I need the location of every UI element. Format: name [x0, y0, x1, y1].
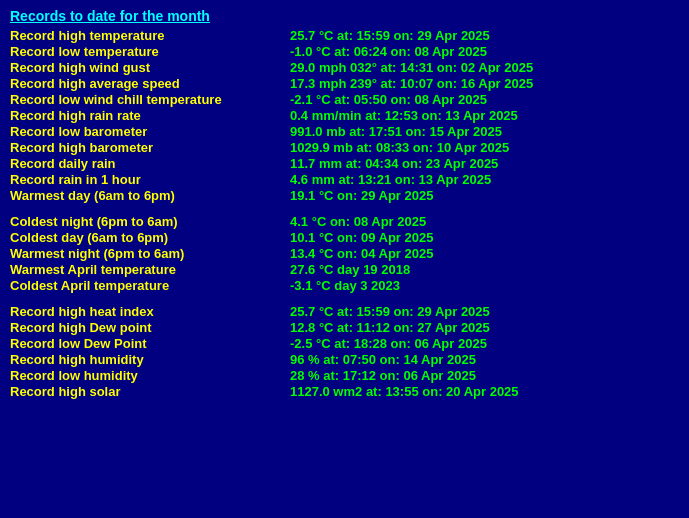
record-value: -3.1 °C day 3 2023 [290, 278, 400, 293]
record-value: 17.3 mph 239° at: 10:07 on: 16 Apr 2025 [290, 76, 533, 91]
record-label: Record high heat index [10, 304, 290, 319]
table-row: Record high wind gust29.0 mph 032° at: 1… [10, 60, 679, 75]
record-label: Record high barometer [10, 140, 290, 155]
record-value: 1029.9 mb at: 08:33 on: 10 Apr 2025 [290, 140, 509, 155]
record-value: 11.7 mm at: 04:34 on: 23 Apr 2025 [290, 156, 498, 171]
record-label: Record low humidity [10, 368, 290, 383]
record-value: 29.0 mph 032° at: 14:31 on: 02 Apr 2025 [290, 60, 533, 75]
record-label: Record daily rain [10, 156, 290, 171]
record-label: Record low wind chill temperature [10, 92, 290, 107]
table-row: Record high heat index25.7 °C at: 15:59 … [10, 304, 679, 319]
record-label: Record high Dew point [10, 320, 290, 335]
table-row: Coldest April temperature-3.1 °C day 3 2… [10, 278, 679, 293]
record-label: Warmest April temperature [10, 262, 290, 277]
table-row: Record high rain rate0.4 mm/min at: 12:5… [10, 108, 679, 123]
record-value: 10.1 °C on: 09 Apr 2025 [290, 230, 433, 245]
record-label: Record rain in 1 hour [10, 172, 290, 187]
record-label: Record low temperature [10, 44, 290, 59]
table-row: Record high solar1127.0 wm2 at: 13:55 on… [10, 384, 679, 399]
record-value: -2.1 °C at: 05:50 on: 08 Apr 2025 [290, 92, 487, 107]
record-label: Warmest night (6pm to 6am) [10, 246, 290, 261]
record-value: 4.6 mm at: 13:21 on: 13 Apr 2025 [290, 172, 491, 187]
table-row: Warmest day (6am to 6pm)19.1 °C on: 29 A… [10, 188, 679, 203]
record-label: Warmest day (6am to 6pm) [10, 188, 290, 203]
record-value: 1127.0 wm2 at: 13:55 on: 20 Apr 2025 [290, 384, 519, 399]
table-row: Record low barometer991.0 mb at: 17:51 o… [10, 124, 679, 139]
record-value: 25.7 °C at: 15:59 on: 29 Apr 2025 [290, 304, 490, 319]
record-label: Record high wind gust [10, 60, 290, 75]
table-row: Record high temperature25.7 °C at: 15:59… [10, 28, 679, 43]
record-label: Record high rain rate [10, 108, 290, 123]
table-row: Record high Dew point12.8 °C at: 11:12 o… [10, 320, 679, 335]
table-row: Record high humidity96 % at: 07:50 on: 1… [10, 352, 679, 367]
group1: Record high temperature25.7 °C at: 15:59… [10, 28, 679, 203]
record-value: -1.0 °C at: 06:24 on: 08 Apr 2025 [290, 44, 487, 59]
record-value: -2.5 °C at: 18:28 on: 06 Apr 2025 [290, 336, 487, 351]
table-row: Coldest night (6pm to 6am)4.1 °C on: 08 … [10, 214, 679, 229]
record-label: Coldest night (6pm to 6am) [10, 214, 290, 229]
table-row: Coldest day (6am to 6pm)10.1 °C on: 09 A… [10, 230, 679, 245]
record-value: 28 % at: 17:12 on: 06 Apr 2025 [290, 368, 476, 383]
table-row: Record daily rain11.7 mm at: 04:34 on: 2… [10, 156, 679, 171]
record-value: 25.7 °C at: 15:59 on: 29 Apr 2025 [290, 28, 490, 43]
record-label: Record low barometer [10, 124, 290, 139]
page-title: Records to date for the month [10, 8, 679, 24]
record-label: Record low Dew Point [10, 336, 290, 351]
table-row: Warmest April temperature27.6 °C day 19 … [10, 262, 679, 277]
table-row: Record low Dew Point-2.5 °C at: 18:28 on… [10, 336, 679, 351]
record-value: 4.1 °C on: 08 Apr 2025 [290, 214, 426, 229]
table-row: Record low wind chill temperature-2.1 °C… [10, 92, 679, 107]
record-value: 27.6 °C day 19 2018 [290, 262, 410, 277]
record-value: 19.1 °C on: 29 Apr 2025 [290, 188, 433, 203]
record-label: Coldest April temperature [10, 278, 290, 293]
record-label: Coldest day (6am to 6pm) [10, 230, 290, 245]
record-label: Record high average speed [10, 76, 290, 91]
table-row: Record rain in 1 hour4.6 mm at: 13:21 on… [10, 172, 679, 187]
table-row: Record high barometer1029.9 mb at: 08:33… [10, 140, 679, 155]
group3-container: Record high heat index25.7 °C at: 15:59 … [10, 304, 679, 399]
group2-container: Coldest night (6pm to 6am)4.1 °C on: 08 … [10, 214, 679, 293]
record-value: 96 % at: 07:50 on: 14 Apr 2025 [290, 352, 476, 367]
record-value: 13.4 °C on: 04 Apr 2025 [290, 246, 433, 261]
record-value: 12.8 °C at: 11:12 on: 27 Apr 2025 [290, 320, 490, 335]
table-row: Warmest night (6pm to 6am)13.4 °C on: 04… [10, 246, 679, 261]
record-value: 0.4 mm/min at: 12:53 on: 13 Apr 2025 [290, 108, 518, 123]
record-label: Record high temperature [10, 28, 290, 43]
record-label: Record high solar [10, 384, 290, 399]
record-value: 991.0 mb at: 17:51 on: 15 Apr 2025 [290, 124, 502, 139]
table-row: Record high average speed17.3 mph 239° a… [10, 76, 679, 91]
table-row: Record low temperature-1.0 °C at: 06:24 … [10, 44, 679, 59]
record-label: Record high humidity [10, 352, 290, 367]
table-row: Record low humidity28 % at: 17:12 on: 06… [10, 368, 679, 383]
